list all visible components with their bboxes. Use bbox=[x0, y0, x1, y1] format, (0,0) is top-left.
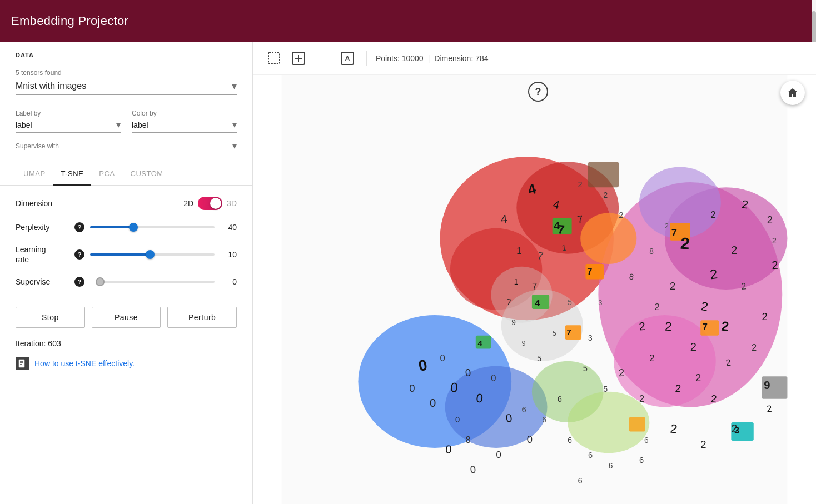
night-mode-tool[interactable] bbox=[313, 48, 333, 68]
svg-text:2: 2 bbox=[695, 372, 701, 383]
svg-text:2: 2 bbox=[649, 353, 654, 363]
svg-text:2: 2 bbox=[711, 209, 716, 220]
select-box-tool[interactable] bbox=[264, 48, 284, 68]
svg-text:0: 0 bbox=[455, 415, 460, 424]
color-by-label: Color by bbox=[132, 109, 237, 117]
dimension-switch[interactable] bbox=[198, 197, 222, 210]
svg-text:0: 0 bbox=[491, 373, 496, 383]
svg-text:7: 7 bbox=[587, 266, 592, 277]
svg-text:2: 2 bbox=[720, 318, 729, 334]
tab-umap[interactable]: UMAP bbox=[16, 162, 53, 186]
svg-text:0: 0 bbox=[430, 397, 436, 409]
sidebar: DATA 5 tensors found Mnist with images ▾… bbox=[0, 42, 253, 504]
svg-text:6: 6 bbox=[578, 476, 583, 485]
supervise-value: 0 bbox=[220, 277, 237, 286]
svg-text:2: 2 bbox=[619, 211, 623, 219]
svg-text:6: 6 bbox=[568, 436, 572, 445]
app-title: Embedding Projector bbox=[11, 14, 128, 28]
svg-text:2: 2 bbox=[766, 403, 772, 415]
tab-pca[interactable]: PCA bbox=[91, 162, 122, 186]
svg-text:4: 4 bbox=[535, 298, 540, 308]
svg-text:2: 2 bbox=[710, 392, 717, 405]
color-by-group: Color by label ▾ bbox=[132, 109, 237, 133]
learning-rate-slider[interactable] bbox=[90, 253, 215, 256]
svg-text:4: 4 bbox=[500, 213, 507, 226]
help-circle-button[interactable]: ? bbox=[528, 82, 548, 102]
svg-text:2: 2 bbox=[767, 214, 773, 226]
dimension-label: Dimension bbox=[16, 199, 71, 208]
learning-rate-row: Learningrate ? 10 bbox=[16, 244, 237, 265]
home-button[interactable] bbox=[780, 81, 805, 105]
supervise-with-label: Supervise with bbox=[16, 142, 232, 150]
viz-canvas[interactable]: 4 7 4 7 1 7 4 7 1 1 7 0 0 0 0 0 0 0 0 bbox=[253, 75, 816, 504]
label-tool[interactable]: A bbox=[337, 48, 357, 68]
home-icon bbox=[787, 87, 799, 99]
dimension-toggle[interactable]: 2D 3D bbox=[183, 197, 237, 210]
svg-text:5: 5 bbox=[583, 364, 588, 373]
svg-text:6: 6 bbox=[639, 456, 644, 465]
perplexity-label: Perplexity bbox=[16, 223, 71, 232]
data-section-label: DATA bbox=[0, 42, 252, 63]
svg-text:5: 5 bbox=[537, 354, 541, 363]
tensor-section: 5 tensors found Mnist with images ▾ bbox=[0, 63, 252, 104]
tab-custom[interactable]: CUSTOM bbox=[123, 162, 171, 186]
svg-text:0: 0 bbox=[445, 443, 452, 456]
color-by-select[interactable]: label ▾ bbox=[132, 119, 237, 133]
pause-button[interactable]: Pause bbox=[92, 307, 161, 328]
svg-text:2: 2 bbox=[654, 302, 659, 312]
tab-tsne[interactable]: T-SNE bbox=[53, 162, 92, 186]
svg-rect-25 bbox=[588, 162, 619, 187]
svg-text:2: 2 bbox=[670, 280, 675, 292]
perturb-button[interactable]: Perturb bbox=[167, 307, 237, 328]
supervise-help-icon[interactable]: ? bbox=[74, 277, 84, 287]
label-by-select[interactable]: label ▾ bbox=[16, 119, 121, 133]
color-by-value: label bbox=[132, 121, 232, 129]
svg-text:0: 0 bbox=[527, 433, 533, 445]
svg-text:4: 4 bbox=[554, 220, 560, 232]
supervise-slider[interactable] bbox=[96, 281, 215, 283]
controls-section: Dimension 2D 3D Perplexity ? bbox=[0, 186, 252, 305]
svg-text:2: 2 bbox=[762, 311, 767, 322]
perplexity-slider[interactable] bbox=[90, 226, 215, 228]
perplexity-thumb[interactable] bbox=[129, 223, 138, 232]
svg-text:6: 6 bbox=[542, 416, 546, 424]
dim-3d-label: 3D bbox=[227, 199, 237, 208]
label-by-label: Label by bbox=[16, 109, 121, 117]
howto-link[interactable]: How to use t-SNE effectively. bbox=[34, 359, 135, 368]
label-by-group: Label by label ▾ bbox=[16, 109, 121, 133]
svg-text:5: 5 bbox=[604, 385, 608, 393]
svg-text:A: A bbox=[345, 54, 350, 63]
supervise-with-row[interactable]: Supervise with ▾ bbox=[0, 137, 252, 159]
svg-text:2: 2 bbox=[772, 259, 778, 272]
supervise-thumb[interactable] bbox=[96, 277, 105, 286]
dim-2d-label: 2D bbox=[183, 199, 193, 208]
learning-rate-help-icon[interactable]: ? bbox=[74, 249, 84, 260]
perplexity-help-icon[interactable]: ? bbox=[74, 222, 84, 232]
howto-row: How to use t-SNE effectively. bbox=[0, 355, 252, 379]
svg-text:3: 3 bbox=[734, 425, 739, 436]
color-by-arrow: ▾ bbox=[232, 119, 237, 130]
select-box-icon bbox=[266, 51, 282, 66]
svg-text:0: 0 bbox=[496, 450, 501, 460]
svg-text:6: 6 bbox=[609, 462, 613, 470]
svg-text:7: 7 bbox=[703, 322, 708, 332]
svg-text:2: 2 bbox=[731, 244, 737, 256]
method-tabs: UMAP T-SNE PCA CUSTOM bbox=[0, 162, 252, 186]
stop-button[interactable]: Stop bbox=[16, 307, 85, 328]
visualization-area: A Points: 10000 | Dimension: 784 ? bbox=[253, 42, 816, 504]
svg-point-24 bbox=[580, 213, 636, 264]
svg-text:0: 0 bbox=[470, 463, 476, 476]
svg-text:1: 1 bbox=[516, 246, 521, 256]
supervise-with-arrow: ▾ bbox=[232, 141, 237, 151]
action-buttons: Stop Pause Perturb bbox=[0, 305, 252, 337]
zoom-tool[interactable] bbox=[288, 48, 309, 68]
viz-toolbar: A Points: 10000 | Dimension: 784 bbox=[253, 42, 816, 75]
label-icon: A bbox=[340, 51, 355, 66]
tensor-select[interactable]: Mnist with images ▾ bbox=[16, 80, 237, 95]
svg-text:5: 5 bbox=[568, 298, 572, 307]
svg-text:2: 2 bbox=[618, 367, 624, 379]
learning-rate-value: 10 bbox=[220, 250, 237, 259]
learning-rate-thumb[interactable] bbox=[146, 250, 155, 259]
learning-rate-slider-group: 10 bbox=[90, 250, 237, 259]
points-stat: Points: 10000 bbox=[376, 54, 424, 63]
